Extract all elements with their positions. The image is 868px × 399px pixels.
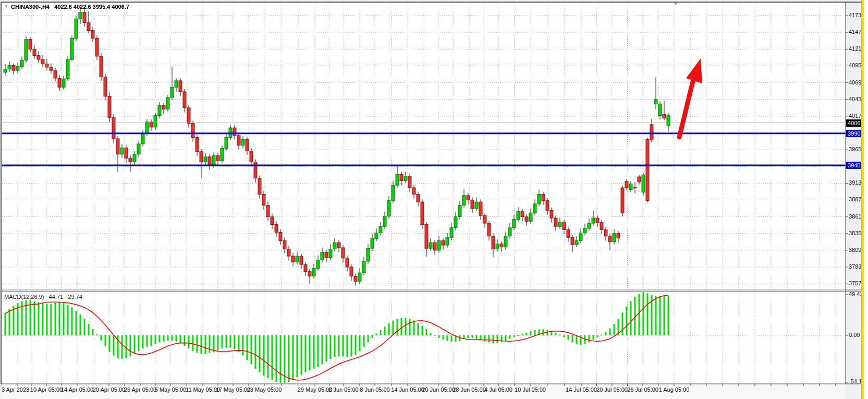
macd-histogram-bar <box>426 329 427 335</box>
candle-body <box>8 65 11 69</box>
macd-histogram-bar <box>334 335 336 357</box>
macd-histogram-bar <box>230 335 231 348</box>
candle-body <box>421 202 424 224</box>
candle-body <box>600 223 603 230</box>
macd-axis-label: 0.00 <box>849 332 860 338</box>
macd-histogram-bar <box>434 335 436 336</box>
macd-histogram-bar <box>522 334 523 335</box>
macd-histogram-bar <box>71 307 73 335</box>
candle-body <box>29 40 32 50</box>
candle-body <box>471 200 474 208</box>
candle-body <box>308 272 311 276</box>
candle-body <box>154 116 157 127</box>
candle-body <box>162 105 165 109</box>
macd-histogram-bar <box>197 335 198 353</box>
candle-body <box>412 188 415 194</box>
macd-histogram-bar <box>547 330 548 335</box>
candle-body <box>512 220 516 228</box>
macd-histogram-bar <box>263 335 265 376</box>
date-axis-label: 5 May 05:00 <box>155 386 187 393</box>
candle-body <box>70 38 74 59</box>
candle-body <box>195 138 199 152</box>
macd-histogram-bar <box>205 335 206 354</box>
macd-histogram-bar <box>159 335 161 342</box>
macd-histogram-bar <box>614 324 615 335</box>
candle-body <box>362 261 365 273</box>
macd-histogram-bar <box>42 303 44 335</box>
macd-histogram-bar <box>109 335 111 352</box>
trend-arrow-shaft[interactable] <box>679 79 693 137</box>
macd-histogram-bar <box>238 335 240 352</box>
macd-histogram-bar <box>564 335 565 337</box>
candle-body <box>542 194 545 200</box>
candle-body <box>500 244 503 247</box>
candle-body <box>279 232 282 240</box>
candle-body <box>125 148 128 158</box>
macd-histogram-bar <box>493 335 494 343</box>
candle-body <box>250 151 253 162</box>
candle-body <box>333 243 336 249</box>
date-axis-label: 8 Jun 05:00 <box>360 386 390 393</box>
macd-histogram-bar <box>113 335 115 356</box>
candle-body <box>588 223 591 228</box>
macd-histogram-bar <box>313 335 315 369</box>
candle-body <box>12 65 15 70</box>
candle-body <box>375 233 378 239</box>
candle-body <box>525 217 528 222</box>
candle-body <box>95 38 99 56</box>
candle-body <box>646 139 649 200</box>
macd-histogram-bar <box>301 335 302 375</box>
trend-arrow-head[interactable] <box>686 58 702 83</box>
macd-histogram-bar <box>155 335 156 344</box>
candle-body <box>396 174 399 185</box>
candle-body <box>563 222 566 230</box>
candle-body <box>41 59 44 64</box>
chart-canvas[interactable] <box>0 0 868 399</box>
macd-histogram-bar <box>630 301 632 335</box>
macd-histogram-bar <box>63 303 65 335</box>
macd-histogram-bar <box>430 333 432 335</box>
macd-histogram-bar <box>213 335 215 352</box>
macd-histogram-bar <box>568 335 569 340</box>
candle-body <box>567 229 570 237</box>
candle-body <box>613 234 616 242</box>
candle-body <box>392 185 395 201</box>
candle-body <box>383 216 386 226</box>
candle-body <box>596 218 599 223</box>
macd-histogram-bar <box>226 335 227 348</box>
candle-body <box>663 114 666 118</box>
candle-body <box>325 252 328 258</box>
panel-collapse-icon[interactable]: ▼ <box>674 2 678 6</box>
candle-body <box>621 188 624 213</box>
candle-body <box>179 81 182 92</box>
macd-histogram-bar <box>5 313 6 335</box>
candle-body <box>208 157 211 165</box>
candle-body <box>262 194 265 205</box>
candle-body <box>45 64 48 67</box>
chevron-down-icon[interactable]: ▼ <box>4 5 8 9</box>
macd-histogram-bar <box>376 334 377 335</box>
macd-histogram-bar <box>76 311 77 335</box>
macd-histogram-bar <box>134 335 136 354</box>
macd-histogram-bar <box>176 335 177 342</box>
candle-body <box>529 213 532 221</box>
date-axis-label: 2 Jun 05:00 <box>328 386 359 393</box>
macd-histogram-bar <box>80 315 81 335</box>
candle-body <box>271 217 274 225</box>
macd-histogram-bar <box>359 335 361 351</box>
macd-histogram-bar <box>322 335 323 364</box>
macd-histogram-bar <box>393 320 394 335</box>
candle-body <box>433 243 436 250</box>
macd-histogram-bar <box>384 327 386 335</box>
macd-histogram-bar <box>601 334 603 335</box>
macd-histogram-bar <box>405 318 407 335</box>
date-axis-label: 23 May 05:00 <box>247 386 282 393</box>
date-axis-label: 20 Jul 05:00 <box>596 386 628 393</box>
macd-histogram-bar <box>363 335 365 347</box>
candle-body <box>650 125 653 140</box>
macd-histogram-bar <box>167 335 169 341</box>
candle-body <box>329 249 332 257</box>
macd-histogram-bar <box>88 324 90 335</box>
candle-body <box>83 13 86 23</box>
macd-histogram-bar <box>659 296 661 335</box>
